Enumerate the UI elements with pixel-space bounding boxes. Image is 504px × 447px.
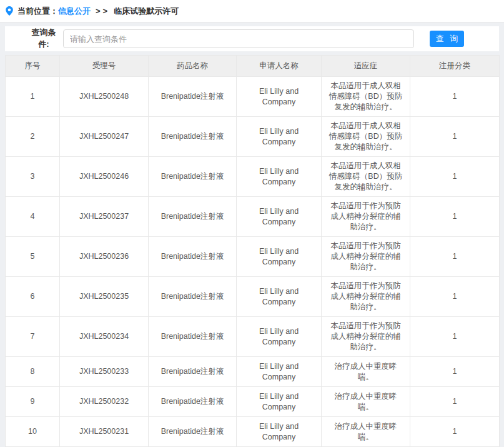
- cell-drug-name: Brenipatide注射液: [149, 417, 237, 447]
- breadcrumb-separator: >>: [96, 6, 110, 16]
- cell-registration-class: 1: [410, 117, 500, 157]
- cell-registration-class: 1: [410, 387, 500, 417]
- search-input[interactable]: [63, 29, 414, 48]
- cell-registration-class: 1: [410, 237, 500, 277]
- cell-acceptance-no: JXHL2500233: [60, 357, 149, 387]
- cell-registration-class: 1: [410, 77, 500, 117]
- cell-indication: 本品适用于作为预防成人精神分裂症的辅助治疗。: [322, 277, 410, 317]
- table-header-row: 序号 受理号 药品名称 申请人名称 适应症 注册分类: [6, 56, 500, 77]
- cell-drug-name: Brenipatide注射液: [149, 237, 237, 277]
- cell-drug-name: Brenipatide注射液: [149, 387, 237, 417]
- column-header-indication: 适应症: [322, 56, 410, 77]
- cell-registration-class: 1: [410, 157, 500, 197]
- cell-indication: 治疗成人中重度哮喘。: [322, 387, 410, 417]
- cell-registration-class: 1: [410, 357, 500, 387]
- cell-acceptance-no: JXHL2500237: [60, 197, 149, 237]
- column-header-seq: 序号: [6, 56, 60, 77]
- cell-registration-class: 1: [410, 417, 500, 447]
- location-pin-icon: [5, 6, 14, 16]
- cell-indication: 本品适用于成人双相情感障碍（BD）预防复发的辅助治疗。: [322, 117, 410, 157]
- cell-applicant: Eli Lilly and Company: [237, 317, 322, 357]
- table-row: 7JXHL2500234Brenipatide注射液Eli Lilly and …: [6, 317, 500, 357]
- cell-indication: 本品适用于作为预防成人精神分裂症的辅助治疗。: [322, 317, 410, 357]
- cell-seq: 1: [6, 77, 60, 117]
- cell-drug-name: Brenipatide注射液: [149, 157, 237, 197]
- cell-seq: 3: [6, 157, 60, 197]
- cell-indication: 本品适用于成人双相情感障碍（BD）预防复发的辅助治疗。: [322, 157, 410, 197]
- cell-applicant: Eli Lilly and Company: [237, 197, 322, 237]
- cell-acceptance-no: JXHL2500235: [60, 277, 149, 317]
- cell-drug-name: Brenipatide注射液: [149, 357, 237, 387]
- search-button[interactable]: 查 询: [430, 31, 464, 47]
- cell-drug-name: Brenipatide注射液: [149, 117, 237, 157]
- cell-applicant: Eli Lilly and Company: [237, 77, 322, 117]
- cell-applicant: Eli Lilly and Company: [237, 387, 322, 417]
- cell-seq: 9: [6, 387, 60, 417]
- search-panel: 查询条件: 查 询: [5, 26, 499, 51]
- table-row: 2JXHL2500247Brenipatide注射液Eli Lilly and …: [6, 117, 500, 157]
- cell-acceptance-no: JXHL2500248: [60, 77, 149, 117]
- breadcrumb-link-info-disclosure[interactable]: 信息公开: [58, 6, 91, 17]
- table-row: 6JXHL2500235Brenipatide注射液Eli Lilly and …: [6, 277, 500, 317]
- cell-indication: 治疗成人中重度哮喘。: [322, 417, 410, 447]
- cell-registration-class: 1: [410, 317, 500, 357]
- breadcrumb: 当前位置： 信息公开 >> 临床试验默示许可: [0, 0, 504, 23]
- cell-acceptance-no: JXHL2500231: [60, 417, 149, 447]
- cell-applicant: Eli Lilly and Company: [237, 417, 322, 447]
- cell-seq: 4: [6, 197, 60, 237]
- cell-acceptance-no: JXHL2500232: [60, 387, 149, 417]
- cell-indication: 本品适用于成人双相情感障碍（BD）预防复发的辅助治疗。: [322, 77, 410, 117]
- results-table-wrap: 序号 受理号 药品名称 申请人名称 适应症 注册分类 1JXHL2500248B…: [5, 55, 499, 447]
- cell-registration-class: 1: [410, 277, 500, 317]
- table-row: 9JXHL2500232Brenipatide注射液Eli Lilly and …: [6, 387, 500, 417]
- breadcrumb-current-page: 临床试验默示许可: [114, 6, 179, 17]
- cell-seq: 5: [6, 237, 60, 277]
- cell-seq: 8: [6, 357, 60, 387]
- cell-indication: 本品适用于作为预防成人精神分裂症的辅助治疗。: [322, 237, 410, 277]
- cell-applicant: Eli Lilly and Company: [237, 237, 322, 277]
- table-row: 10JXHL2500231Brenipatide注射液Eli Lilly and…: [6, 417, 500, 447]
- cell-acceptance-no: JXHL2500236: [60, 237, 149, 277]
- cell-acceptance-no: JXHL2500246: [60, 157, 149, 197]
- table-row: 1JXHL2500248Brenipatide注射液Eli Lilly and …: [6, 77, 500, 117]
- table-row: 3JXHL2500246Brenipatide注射液Eli Lilly and …: [6, 157, 500, 197]
- column-header-applicant: 申请人名称: [237, 56, 322, 77]
- cell-drug-name: Brenipatide注射液: [149, 77, 237, 117]
- cell-seq: 2: [6, 117, 60, 157]
- column-header-acceptance-no: 受理号: [60, 56, 149, 77]
- cell-applicant: Eli Lilly and Company: [237, 357, 322, 387]
- cell-drug-name: Brenipatide注射液: [149, 277, 237, 317]
- cell-drug-name: Brenipatide注射液: [149, 317, 237, 357]
- cell-seq: 6: [6, 277, 60, 317]
- cell-indication: 本品适用于作为预防成人精神分裂症的辅助治疗。: [322, 197, 410, 237]
- table-body: 1JXHL2500248Brenipatide注射液Eli Lilly and …: [6, 77, 500, 447]
- table-row: 5JXHL2500236Brenipatide注射液Eli Lilly and …: [6, 237, 500, 277]
- cell-applicant: Eli Lilly and Company: [237, 157, 322, 197]
- cell-seq: 7: [6, 317, 60, 357]
- cell-drug-name: Brenipatide注射液: [149, 197, 237, 237]
- cell-registration-class: 1: [410, 197, 500, 237]
- cell-applicant: Eli Lilly and Company: [237, 277, 322, 317]
- search-condition-label: 查询条件:: [28, 27, 59, 51]
- cell-acceptance-no: JXHL2500247: [60, 117, 149, 157]
- cell-acceptance-no: JXHL2500234: [60, 317, 149, 357]
- table-row: 8JXHL2500233Brenipatide注射液Eli Lilly and …: [6, 357, 500, 387]
- column-header-drug-name: 药品名称: [149, 56, 237, 77]
- cell-seq: 10: [6, 417, 60, 447]
- column-header-registration-class: 注册分类: [410, 56, 500, 77]
- cell-indication: 治疗成人中重度哮喘。: [322, 357, 410, 387]
- breadcrumb-location-label: 当前位置：: [17, 6, 58, 17]
- table-row: 4JXHL2500237Brenipatide注射液Eli Lilly and …: [6, 197, 500, 237]
- results-table: 序号 受理号 药品名称 申请人名称 适应症 注册分类 1JXHL2500248B…: [5, 55, 500, 447]
- cell-applicant: Eli Lilly and Company: [237, 117, 322, 157]
